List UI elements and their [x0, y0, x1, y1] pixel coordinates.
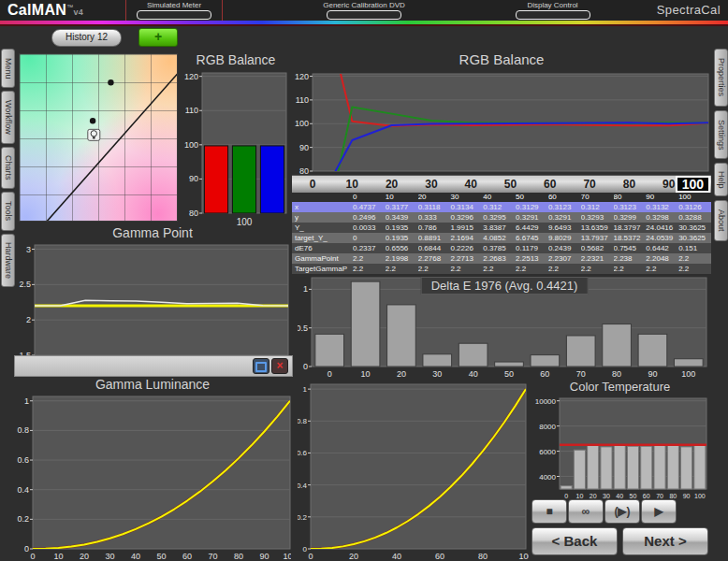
svg-text:60: 60: [435, 552, 444, 561]
svg-text:100: 100: [184, 140, 198, 150]
gamma-luminance-panel: Gamma Luminance 010203040506070809010000…: [14, 376, 291, 561]
axis-level-50[interactable]: 50: [504, 176, 517, 193]
table-cell: 2.1694: [450, 233, 483, 243]
sidebar-tab-workflow[interactable]: Workflow: [1, 91, 15, 144]
table-row-x[interactable]: x0.47370.31770.31180.31340.3120.31290.31…: [292, 202, 711, 212]
svg-text:70: 70: [208, 552, 217, 561]
column-header: 0: [353, 192, 386, 202]
table-row-Y_[interactable]: Y_0.00330.19350.7861.99153.83876.44299.6…: [292, 223, 711, 233]
gamut-diagonal: [40, 71, 177, 221]
sidebar-tab-menu[interactable]: Menu: [1, 49, 15, 88]
table-cell: 0.3123: [614, 202, 647, 212]
app-version: v4: [73, 7, 83, 17]
table-row-dE76[interactable]: dE760.23370.65560.68440.22260.37850.1179…: [292, 243, 711, 253]
control-dropdown[interactable]: [137, 10, 211, 20]
axis-level-10[interactable]: 10: [346, 176, 358, 193]
next-button[interactable]: Next >: [622, 527, 708, 555]
sidebar-tab-properties[interactable]: Properties: [714, 49, 728, 107]
bars: [561, 445, 706, 489]
table-cell: 0.2439: [548, 243, 581, 253]
table-row-y[interactable]: y0.24960.34390.3330.32960.32950.32910.32…: [292, 212, 711, 223]
gamma-luminance-mid-panel: 02040608010000.20.40.60.81: [298, 379, 529, 561]
column-header: 80: [614, 192, 647, 202]
table-cell: 0.6844: [418, 243, 451, 253]
table-cell: 0.3295: [483, 212, 516, 223]
table-cell: 9.8029: [548, 233, 581, 243]
table-cell: 2.2: [678, 253, 711, 264]
control-dropdown[interactable]: [516, 10, 590, 20]
column-header: 90: [646, 192, 678, 202]
table-row-target_Y_[interactable]: target_Y_00.19350.88912.16944.08526.6745…: [292, 233, 711, 243]
axis-level-60[interactable]: 60: [544, 176, 556, 193]
svg-text:10: 10: [53, 552, 63, 561]
table-row-TargetGammaP[interactable]: TargetGammaP2.22.22.22.22.22.22.22.22.22…: [292, 264, 711, 274]
play-once-button[interactable]: (▶): [604, 499, 640, 524]
sidebar-tab-settings[interactable]: Settings: [714, 110, 728, 159]
svg-text:0.2: 0.2: [298, 513, 308, 522]
svg-text:100: 100: [295, 119, 309, 128]
sidebar-tab-hardware[interactable]: Hardware: [1, 234, 15, 287]
table-row-GammaPoint[interactable]: GammaPoint2.22.19982.27682.27132.26832.2…: [292, 253, 711, 264]
svg-text:8000: 8000: [539, 423, 556, 431]
add-button[interactable]: +: [138, 28, 178, 47]
control-label: Simulated Meter: [127, 1, 221, 9]
sidebar-tab-about[interactable]: About: [714, 200, 728, 241]
plus-icon: +: [154, 29, 162, 44]
svg-text:20: 20: [397, 369, 406, 379]
svg-text:0: 0: [564, 493, 568, 499]
svg-text:100: 100: [694, 493, 706, 499]
table-cell: 0.3291: [548, 212, 581, 223]
axis-level-20[interactable]: 20: [386, 176, 398, 193]
table-cell: 2.2321: [581, 253, 614, 264]
table-cell: 0.2496: [353, 212, 386, 223]
color-temperature-chart: 010203040506070809010040006000800010000: [529, 396, 711, 500]
table-cell: 0.3123: [548, 202, 581, 212]
sidebar-tab-tools[interactable]: Tools: [1, 192, 15, 231]
restore-icon[interactable]: [253, 358, 269, 374]
svg-text:90: 90: [683, 493, 691, 499]
svg-text:20: 20: [349, 552, 358, 561]
top-bar: CalMAN™v4 Simulated MeterGeneric Calibra…: [0, 0, 728, 21]
svg-text:0.4: 0.4: [298, 482, 308, 490]
axis-level-30[interactable]: 30: [425, 176, 437, 193]
table-cell: 2.2: [614, 264, 647, 274]
table-cell: 2.2: [450, 264, 483, 274]
table-cell: 2.2: [353, 253, 386, 264]
floating-window-bar[interactable]: ×: [14, 355, 293, 377]
rainbow-stripe-shadow: [0, 24, 728, 26]
axis-level-80[interactable]: 80: [623, 176, 635, 193]
close-icon[interactable]: ×: [271, 358, 288, 374]
axis-level-70[interactable]: 70: [583, 176, 595, 193]
svg-text:60: 60: [643, 493, 650, 499]
svg-text:90: 90: [259, 552, 269, 561]
axis-level-0[interactable]: 0: [310, 176, 316, 193]
play-button[interactable]: ▶: [641, 499, 677, 524]
table-cell: 2.2: [646, 264, 678, 274]
bars: [204, 146, 284, 213]
back-button[interactable]: < Back: [531, 527, 618, 555]
loop-button[interactable]: ∞: [568, 499, 604, 524]
axis-level-90[interactable]: 90: [662, 176, 675, 193]
table-cell: 0.6442: [646, 243, 678, 253]
svg-text:0: 0: [30, 552, 35, 561]
table-cell: 13.7937: [581, 233, 614, 243]
control-dropdown[interactable]: [327, 10, 401, 20]
history-button[interactable]: History 12: [51, 29, 122, 47]
row-label: dE76: [292, 243, 353, 253]
table-cell: 18.3797: [614, 223, 647, 233]
svg-text:0.5: 0.5: [298, 324, 308, 333]
row-label: GammaPoint: [292, 253, 353, 264]
axis-level-selected[interactable]: 100: [676, 176, 710, 193]
stop-button[interactable]: ■: [531, 499, 567, 524]
table-cell: 30.3625: [678, 233, 711, 243]
rgb-balance-small-title: RGB Balance: [180, 51, 292, 68]
svg-text:0.6: 0.6: [298, 449, 308, 457]
cie-overlay: [20, 54, 177, 221]
sidebar-tab-charts[interactable]: Charts: [1, 147, 15, 189]
axis-level-40[interactable]: 40: [465, 176, 477, 193]
svg-text:80: 80: [478, 552, 488, 561]
table-cell: 0.3293: [581, 212, 614, 223]
sidebar-tab-help[interactable]: Help: [714, 163, 728, 196]
calman-window: CalMAN™v4 Simulated MeterGeneric Calibra…: [0, 0, 728, 561]
rgb-balance-x-axis-bar[interactable]: 0102030405060708090100: [292, 175, 711, 193]
